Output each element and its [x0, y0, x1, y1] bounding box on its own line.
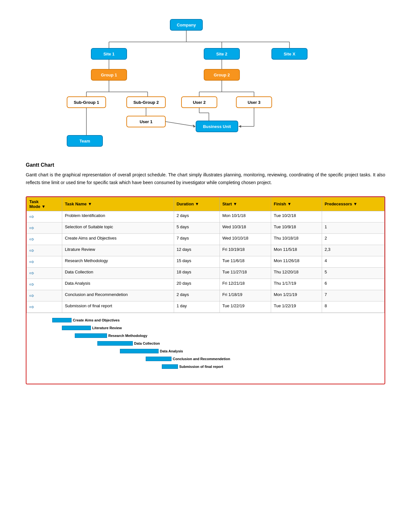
table-row: ⇨ Data Analysis 20 days Fri 12/21/18 Thu… [27, 279, 385, 290]
bar-block [52, 318, 72, 322]
task-duration-cell: 18 days [174, 267, 220, 279]
task-mode-icon: ⇨ [29, 259, 34, 265]
gantt-bar-row: Create Aims and Objectives [52, 317, 378, 323]
task-predecessors-cell: 4 [322, 256, 384, 267]
task-predecessors-cell: 8 [322, 301, 384, 312]
company-node: Company [177, 23, 196, 27]
task-mode-cell: ⇨ [27, 233, 62, 245]
task-mode-icon: ⇨ [29, 247, 34, 254]
svg-marker-36 [239, 125, 241, 128]
col-header-start: Start ▼ [220, 197, 271, 211]
task-predecessors-cell: 1 [322, 222, 384, 233]
task-finish-cell: Tue 10/9/18 [271, 222, 322, 233]
task-mode-icon: ⇨ [29, 213, 34, 220]
task-mode-icon: ⇨ [29, 225, 34, 231]
subgroup1-node: Sub-Group 1 [73, 100, 99, 105]
col-header-predecessors: Predecessors ▼ [322, 197, 384, 211]
table-row: ⇨ Research Methodology 15 days Tue 11/6/… [27, 256, 385, 267]
task-mode-icon: ⇨ [29, 236, 34, 242]
sitex-node: Site X [283, 52, 295, 56]
task-start-cell: Mon 10/1/18 [220, 211, 271, 222]
task-predecessors-cell [322, 211, 384, 222]
task-finish-cell: Tue 10/2/18 [271, 211, 322, 222]
svg-line-32 [165, 122, 195, 126]
table-row: ⇨ Data Collection 18 days Tue 11/27/18 T… [27, 267, 385, 279]
task-name-cell: Problem Identification [62, 211, 174, 222]
table-row: ⇨ Create Aims and Objectives 7 days Wed … [27, 233, 385, 245]
table-row: ⇨ Selection of Suitable topic 5 days Wed… [27, 222, 385, 233]
task-mode-cell: ⇨ [27, 211, 62, 222]
task-finish-cell: Tue 1/22/19 [271, 301, 322, 312]
task-duration-cell: 12 days [174, 245, 220, 256]
task-name-cell: Data Collection [62, 267, 174, 279]
site1-node: Site 1 [103, 52, 114, 56]
bar-label: Literature Review [92, 326, 122, 330]
task-finish-cell: Thu 10/18/18 [271, 233, 322, 245]
task-start-cell: Wed 10/3/18 [220, 222, 271, 233]
task-duration-cell: 2 days [174, 290, 220, 301]
gantt-bar-row: Literature Review [52, 325, 378, 331]
task-name-cell: Selection of Suitable topic [62, 222, 174, 233]
task-start-cell: Tue 11/27/18 [220, 267, 271, 279]
bar-block [97, 341, 133, 346]
task-finish-cell: Mon 11/5/18 [271, 245, 322, 256]
task-predecessors-cell: 5 [322, 267, 384, 279]
table-row: ⇨ Submission of final report 1 day Tue 1… [27, 301, 385, 312]
gantt-container: TaskMode ▼ Task Name ▼ Duration ▼ Start … [26, 196, 385, 384]
task-mode-icon: ⇨ [29, 292, 34, 299]
task-mode-icon: ⇨ [29, 304, 34, 310]
table-row: ⇨ Litrature Review 12 days Fri 10/19/18 … [27, 245, 385, 256]
task-predecessors-cell: 7 [322, 290, 384, 301]
task-start-cell: Wed 10/10/18 [220, 233, 271, 245]
col-header-task-name: Task Name ▼ [62, 197, 174, 211]
col-header-task-mode: TaskMode ▼ [27, 197, 62, 211]
user2-node: User 2 [193, 100, 206, 105]
bar-block [146, 357, 171, 361]
task-mode-cell: ⇨ [27, 279, 62, 290]
task-name-cell: Data Analysis [62, 279, 174, 290]
gantt-bar-row: Conclusion and Recommendetion [52, 356, 378, 362]
gantt-description: Gantt chart is the graphical representat… [26, 171, 385, 187]
task-name-cell: Conclusion and Recommendetion [62, 290, 174, 301]
task-predecessors-cell: 6 [322, 279, 384, 290]
task-duration-cell: 20 days [174, 279, 220, 290]
gantt-title: Gantt Chart [26, 162, 385, 168]
task-mode-cell: ⇨ [27, 245, 62, 256]
task-start-cell: Tue 11/6/18 [220, 256, 271, 267]
task-duration-cell: 7 days [174, 233, 220, 245]
gantt-section: Gantt Chart Gantt chart is the graphical… [26, 162, 385, 384]
site2-node: Site 2 [216, 52, 227, 56]
task-name-cell: Create Aims and Objectives [62, 233, 174, 245]
gantt-bar-area: Create Aims and Objectives Literature Re… [26, 313, 385, 384]
gantt-bar-row: Data Collection [52, 340, 378, 346]
subgroup2-node: Sub-Group 2 [133, 100, 159, 105]
task-start-cell: Fri 12/21/18 [220, 279, 271, 290]
gantt-bar-rows: Create Aims and Objectives Literature Re… [33, 316, 378, 370]
task-predecessors-cell: 2 [322, 233, 384, 245]
task-start-cell: Fri 1/18/19 [220, 290, 271, 301]
user3-node: User 3 [248, 100, 260, 105]
task-mode-cell: ⇨ [27, 222, 62, 233]
org-chart: Company Site 1 Site 2 Site X Group 1 Gro… [61, 13, 351, 153]
task-start-cell: Fri 10/19/18 [220, 245, 271, 256]
bar-block [162, 364, 178, 369]
task-mode-icon: ⇨ [29, 281, 34, 288]
task-duration-cell: 2 days [174, 211, 220, 222]
table-row: ⇨ Conclusion and Recommendetion 2 days F… [27, 290, 385, 301]
bar-block [120, 349, 159, 353]
task-mode-cell: ⇨ [27, 301, 62, 312]
task-name-cell: Litrature Review [62, 245, 174, 256]
bar-block [75, 333, 107, 338]
user1-node: User 1 [140, 119, 152, 124]
bar-label: Data Analysis [160, 349, 183, 353]
gantt-bar-row: Data Analysis [52, 348, 378, 354]
bar-block [62, 326, 91, 330]
bar-label: Conclusion and Recommendetion [173, 357, 230, 361]
business-unit-node: Business Unit [203, 124, 231, 129]
gantt-bar-row: Submission of final report [52, 364, 378, 369]
col-header-duration: Duration ▼ [174, 197, 220, 211]
bar-label: Data Collection [134, 341, 160, 345]
group1-node: Group 1 [101, 73, 117, 77]
group2-node: Group 2 [214, 73, 230, 77]
bar-label: Submission of final report [179, 365, 223, 369]
